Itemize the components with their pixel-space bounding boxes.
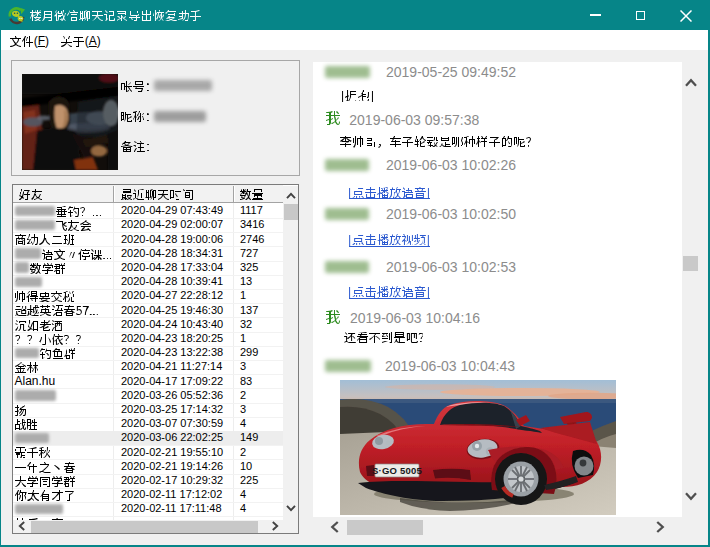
svg-text:S·GO 5005: S·GO 5005 — [372, 465, 422, 476]
